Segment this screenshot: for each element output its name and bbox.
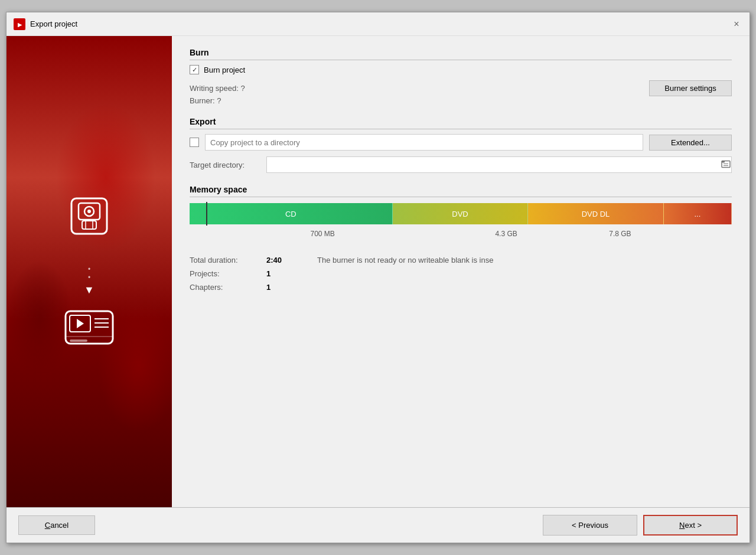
chapters-row: Chapters: 1 — [190, 283, 732, 292]
burn-project-checkbox-wrapper: Burn project — [190, 65, 245, 74]
previous-button[interactable]: < Previous — [543, 515, 637, 536]
right-panel: Burn Burn project Writing speed: ? Burne… — [172, 36, 750, 507]
burn-project-row: Burn project — [190, 65, 732, 74]
preview-image: • • ▼ — [6, 36, 172, 507]
left-panel: • • ▼ — [6, 36, 172, 507]
more-segment: ... — [664, 203, 732, 224]
svg-rect-18 — [722, 161, 725, 163]
export-section: Export Extended... Target directory: — [190, 117, 732, 173]
target-directory-input[interactable] — [266, 156, 732, 173]
memory-bar: CD DVD DVD DL ... — [190, 203, 732, 224]
burner-label: Burner: ? — [190, 96, 221, 105]
title-bar: ▶ Export project × — [6, 12, 750, 36]
extended-label: Extended... — [671, 138, 710, 147]
cd-segment: CD — [190, 203, 393, 224]
close-button[interactable]: × — [731, 18, 742, 30]
writing-speed-row: Writing speed: ? Burner settings — [190, 80, 732, 96]
player-icon — [63, 302, 116, 351]
footer: Cancel < Previous Next > — [6, 507, 750, 543]
burn-project-label: Burn project — [204, 66, 245, 74]
arrow-indicator: • • ▼ — [84, 265, 94, 296]
burn-section: Burn Burn project Writing speed: ? Burne… — [190, 48, 732, 105]
target-input-wrapper — [266, 156, 732, 173]
target-directory-row: Target directory: — [190, 156, 732, 173]
burner-row: Burner: ? — [190, 96, 732, 105]
total-duration-row: Total duration: 2:40 The burner is not r… — [190, 256, 732, 265]
extended-button[interactable]: Extended... — [649, 135, 732, 151]
export-section-title: Export — [190, 117, 732, 129]
label-78gb: 7.8 GB — [609, 230, 631, 238]
cancel-button[interactable]: Cancel — [18, 515, 95, 535]
burn-project-checkbox[interactable] — [190, 65, 199, 74]
next-button[interactable]: Next > — [643, 515, 738, 536]
svg-marker-11 — [77, 319, 84, 328]
svg-point-5 — [87, 210, 91, 213]
label-700mb: 700 MB — [311, 230, 335, 238]
content-area: • • ▼ — [6, 36, 750, 507]
footer-right: < Previous Next > — [543, 515, 738, 536]
browse-button[interactable] — [721, 159, 731, 171]
stats-section: Total duration: 2:40 The burner is not r… — [190, 256, 732, 292]
memory-space-section: Memory space CD DVD DVD DL ... 700 MB 4.… — [190, 185, 732, 292]
copy-project-checkbox[interactable] — [190, 138, 199, 147]
dialog-title: Export project — [30, 19, 731, 28]
svg-text:▶: ▶ — [18, 22, 22, 28]
projects-value: 1 — [266, 269, 271, 278]
chapters-label: Chapters: — [190, 283, 266, 292]
footer-left: Cancel — [18, 515, 95, 535]
burner-status-text: The burner is not ready or no writeable … — [317, 256, 493, 265]
burn-section-title: Burn — [190, 48, 732, 60]
dvddl-segment: DVD DL — [528, 203, 664, 224]
memory-space-title: Memory space — [190, 185, 732, 197]
copy-project-input[interactable] — [205, 134, 643, 151]
dvd-segment: DVD — [393, 203, 529, 224]
app-icon: ▶ — [14, 18, 25, 30]
projects-row: Projects: 1 — [190, 269, 732, 278]
bar-marker — [206, 202, 207, 226]
export-dialog: ▶ Export project × — [6, 12, 750, 543]
svg-rect-6 — [82, 221, 96, 229]
disc-icon — [66, 192, 113, 241]
chapters-value: 1 — [266, 283, 271, 292]
projects-label: Projects: — [190, 269, 266, 278]
target-directory-label: Target directory: — [190, 161, 266, 169]
burner-settings-button[interactable]: Burner settings — [649, 80, 732, 96]
total-duration-value: 2:40 — [266, 256, 282, 265]
label-43gb: 4.3 GB — [495, 230, 517, 238]
total-duration-label: Total duration: — [190, 256, 266, 265]
svg-rect-16 — [70, 339, 87, 342]
bar-labels-row: 700 MB 4.3 GB 7.8 GB — [190, 230, 732, 244]
memory-bar-container: CD DVD DVD DL ... — [190, 203, 732, 227]
writing-speed-label: Writing speed: ? — [190, 84, 245, 93]
copy-project-row: Extended... — [190, 134, 732, 151]
